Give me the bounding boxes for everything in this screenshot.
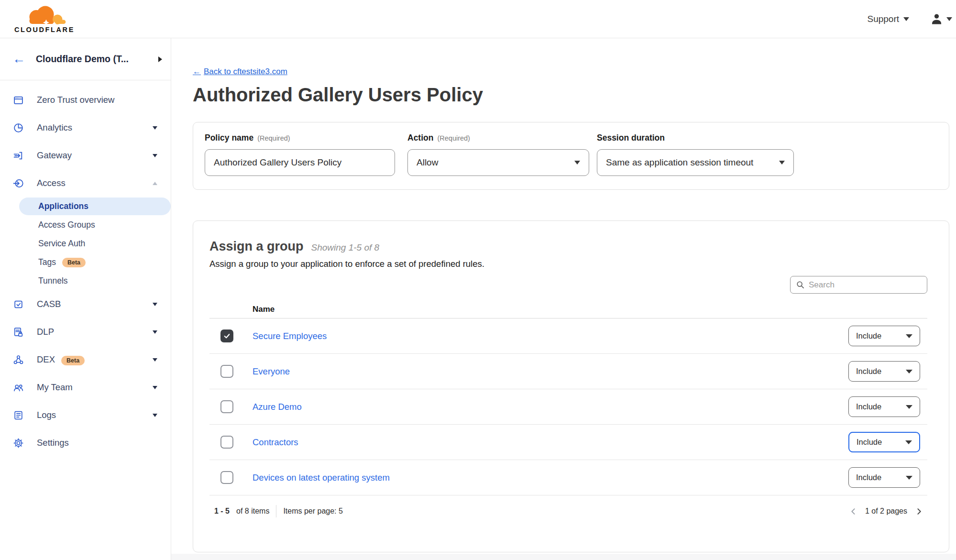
items-range: 1 - 5 [214,507,230,516]
include-select[interactable]: Include [848,432,920,452]
sidebar-item-label: My Team [37,382,140,393]
sidebar-item-logs[interactable]: Logs [0,401,171,429]
sidebar-item-service-auth[interactable]: Service Auth [0,234,171,253]
back-arrow-icon[interactable]: ← [12,53,25,66]
sidebar-item-label: Zero Trust overview [37,95,157,105]
action-select[interactable]: Allow [407,149,589,176]
sidebar-item-access-groups[interactable]: Access Groups [0,216,171,234]
include-select[interactable]: Include [848,396,920,417]
back-arrow-icon: ← [193,67,201,77]
chevron-down-icon [574,161,580,165]
chevron-left-icon [850,508,857,515]
action-label: Action [407,133,433,143]
cloudflare-cloud-icon [17,5,72,27]
page-indicator: 1 of 2 pages [865,507,907,516]
account-name[interactable]: Cloudflare Demo (T... [36,54,148,65]
include-select-value: Include [856,473,881,482]
dlp-icon [12,326,24,338]
previous-page-button[interactable] [850,508,857,515]
sidebar-item-analytics[interactable]: Analytics [0,114,171,142]
next-page-button[interactable] [915,508,923,515]
table-row: Secure Employees Include [209,318,927,354]
table-footer: 1 - 5 of 8 items Items per page: 5 [209,505,927,517]
action-field-group: Action (Required) Allow [407,133,589,179]
back-link[interactable]: ← Back to cftestsite3.com [193,67,287,77]
row-checkbox[interactable] [220,471,233,484]
sidebar-item-label: Logs [37,410,140,420]
sidebar-item-label: Applications [38,201,88,211]
chevron-down-icon [153,126,157,130]
sidebar-item-label: Settings [37,438,157,448]
include-select[interactable]: Include [848,361,920,382]
assign-group-card: Assign a group Showing 1-5 of 8 Assign a… [193,220,949,552]
chevron-down-icon [153,330,157,334]
group-link[interactable]: Azure Demo [253,402,302,412]
chevron-down-icon [906,405,912,409]
app-shell: ← Cloudflare Demo (T... Z [0,38,956,560]
group-link[interactable]: Devices on latest operating system [253,472,390,483]
chevron-right-icon[interactable] [158,56,162,62]
sidebar-item-label: DEXBeta [37,354,140,365]
analytics-icon [12,122,24,133]
beta-badge: Beta [61,356,85,365]
sidebar-item-tunnels[interactable]: Tunnels [0,272,171,290]
policy-name-field-group: Policy name (Required) [205,133,395,179]
items-per-page: Items per page: 5 [283,507,343,516]
cloudflare-logo[interactable]: CLOUDFLARE [9,5,80,33]
sidebar-item-zero-trust-overview[interactable]: Zero Trust overview [0,86,171,114]
cloudflare-dashboard: CLOUDFLARE Support ← Cloudflare Demo (T.… [0,0,956,560]
sidebar-item-settings[interactable]: Settings [0,429,171,457]
sidebar-item-casb[interactable]: CASB [0,290,171,318]
sidebar-item-applications[interactable]: Applications [19,198,171,215]
sidebar-item-label: Analytics [37,122,140,133]
session-duration-label: Session duration [597,133,665,143]
assign-group-title: Assign a group [209,239,304,254]
assign-group-description: Assign a group to your application to en… [209,259,927,269]
group-link[interactable]: Everyone [253,366,290,377]
group-link[interactable]: Contractors [253,437,298,448]
include-select[interactable]: Include [848,326,920,346]
group-link[interactable]: Secure Employees [253,331,327,341]
group-search [790,276,927,294]
chevron-down-icon [153,414,157,417]
sidebar-item-my-team[interactable]: My Team [0,373,171,401]
row-checkbox[interactable] [220,365,233,378]
row-checkbox[interactable] [220,400,233,413]
account-menu[interactable] [930,12,953,25]
sidebar: ← Cloudflare Demo (T... Z [0,38,171,560]
zero-trust-overview-icon [12,94,24,106]
sidebar-item-dlp[interactable]: DLP [0,318,171,346]
policy-form-card: Policy name (Required) Action (Required)… [193,122,949,190]
policy-name-input[interactable] [205,149,395,176]
session-duration-select[interactable]: Same as application session timeout [597,149,794,176]
user-icon [930,12,943,25]
sidebar-item-label: DLP [37,327,140,337]
chevron-down-icon [946,17,952,21]
row-checkbox[interactable] [220,329,233,342]
sidebar-item-tags[interactable]: Tags Beta [0,253,171,272]
table-row: Devices on latest operating system Inclu… [209,460,927,495]
sidebar-item-label: Service Auth [38,239,85,249]
support-menu[interactable]: Support [867,14,909,24]
sidebar-item-access[interactable]: Access [0,169,171,197]
sidebar-item-dex[interactable]: DEXBeta [0,346,171,373]
row-checkbox[interactable] [220,436,233,449]
table-row: Azure Demo Include [209,389,927,425]
session-duration-field-group: Session duration Same as application ses… [597,133,794,179]
sidebar-item-gateway[interactable]: Gateway [0,142,171,169]
action-select-value: Allow [417,157,438,168]
include-select-value: Include [856,367,881,376]
chevron-down-icon [153,386,157,389]
name-column-header: Name [253,305,275,314]
chevron-down-icon [906,370,912,373]
settings-gear-icon [12,437,24,449]
search-input[interactable] [809,280,921,290]
include-select[interactable]: Include [848,467,920,488]
include-select-value: Include [856,331,881,340]
my-team-icon [12,382,24,393]
chevron-down-icon [903,17,909,21]
include-select-value: Include [856,402,881,411]
items-total: of 8 items [236,507,269,516]
gateway-icon [12,150,24,161]
sidebar-item-label: CASB [37,299,140,309]
